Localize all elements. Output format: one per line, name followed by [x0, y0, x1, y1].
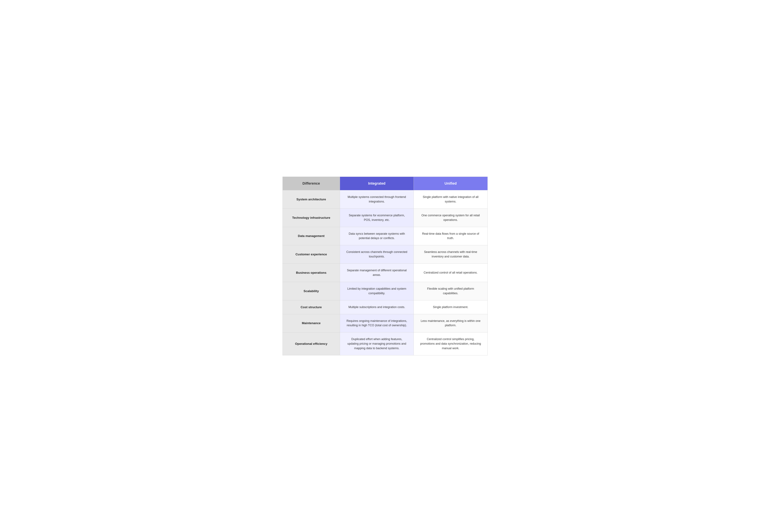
comparison-table: Difference Integrated Unified System arc… [283, 177, 488, 355]
cell-unified-0: Single platform with native integration … [414, 190, 487, 209]
cell-integrated-2: Data syncs between separate systems with… [340, 227, 414, 245]
table-row: Technology infrastructureSeparate system… [283, 209, 487, 227]
table-row: System architectureMultiple systems conn… [283, 190, 487, 209]
row-label-7: Maintenance [283, 314, 340, 332]
row-label-8: Operational efficiency [283, 332, 340, 355]
cell-unified-2: Real-time data flows from a single sourc… [414, 227, 487, 245]
cell-integrated-4: Separate management of different operati… [340, 264, 414, 282]
cell-integrated-3: Consistent across channels through conne… [340, 245, 414, 264]
table-row: Business operationsSeparate management o… [283, 264, 487, 282]
cell-unified-8: Centralized control simplifies pricing, … [414, 332, 487, 355]
row-label-2: Data management [283, 227, 340, 245]
table-row: ScalabilityLimited by integration capabi… [283, 282, 487, 300]
table-row: Customer experienceConsistent across cha… [283, 245, 487, 264]
cell-unified-5: Flexible scaling with unified platform c… [414, 282, 487, 300]
cell-unified-4: Centralized control of all retail operat… [414, 264, 487, 282]
row-label-0: System architecture [283, 190, 340, 209]
table-row: Data managementData syncs between separa… [283, 227, 487, 245]
header-integrated: Integrated [340, 177, 414, 190]
header-difference: Difference [283, 177, 340, 190]
header-row: Difference Integrated Unified [283, 177, 487, 190]
cell-unified-6: Single platform investment. [414, 300, 487, 314]
cell-integrated-7: Requires ongoing maintenance of integrat… [340, 314, 414, 332]
row-label-5: Scalability [283, 282, 340, 300]
table-row: MaintenanceRequires ongoing maintenance … [283, 314, 487, 332]
cell-integrated-0: Multiple systems connected through front… [340, 190, 414, 209]
table-row: Operational efficiencyDuplicated effort … [283, 332, 487, 355]
row-label-3: Customer experience [283, 245, 340, 264]
table-row: Cost structureMultiple subscriptions and… [283, 300, 487, 314]
cell-integrated-1: Separate systems for ecommerce platform,… [340, 209, 414, 227]
cell-integrated-5: Limited by integration capabilities and … [340, 282, 414, 300]
row-label-6: Cost structure [283, 300, 340, 314]
cell-integrated-6: Multiple subscriptions and integration c… [340, 300, 414, 314]
row-label-1: Technology infrastructure [283, 209, 340, 227]
cell-unified-7: Less maintenance, as everything is withi… [414, 314, 487, 332]
row-label-4: Business operations [283, 264, 340, 282]
cell-unified-1: One commerce operating system for all re… [414, 209, 487, 227]
header-unified: Unified [414, 177, 487, 190]
cell-unified-3: Seamless across channels with real-time … [414, 245, 487, 264]
cell-integrated-8: Duplicated effort when adding features, … [340, 332, 414, 355]
